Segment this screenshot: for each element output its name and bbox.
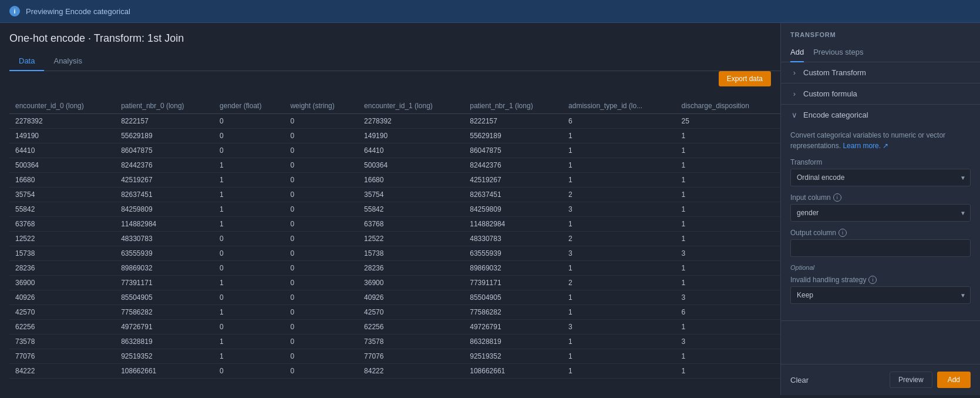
optional-label: Optional	[790, 264, 971, 271]
table-cell: 77076	[358, 349, 464, 364]
table-cell: 49726791	[115, 320, 214, 335]
table-row: 425707758628210425707758628216	[9, 305, 780, 320]
table-cell: 1	[214, 349, 284, 364]
table-cell: 82442376	[115, 158, 214, 173]
table-cell: 36900	[9, 276, 115, 290]
table-cell: 40926	[9, 290, 115, 305]
invalid-handling-info-icon[interactable]: i	[868, 276, 877, 284]
table-cell: 1	[563, 261, 675, 276]
tab-data[interactable]: Data	[9, 52, 44, 71]
info-icon: i	[9, 6, 20, 16]
table-cell: 0	[284, 335, 358, 349]
input-column-info-icon[interactable]: i	[833, 193, 841, 202]
table-cell: 1	[676, 202, 780, 217]
table-cell: 0	[284, 364, 358, 379]
table-cell: 0	[214, 232, 284, 246]
panel-tab-previous-steps[interactable]: Previous steps	[813, 43, 863, 62]
table-row: 282368986903200282368986903211	[9, 261, 780, 276]
table-cell: 1	[563, 143, 675, 158]
table-cell: 42519267	[115, 173, 214, 188]
preview-button[interactable]: Preview	[890, 372, 932, 388]
table-cell: 28236	[9, 261, 115, 276]
panel-tab-add[interactable]: Add	[790, 43, 804, 62]
table-row: 409268550490500409268550490513	[9, 290, 780, 305]
add-button[interactable]: Add	[937, 372, 971, 388]
table-cell: 1	[563, 349, 675, 364]
table-cell: 42570	[9, 305, 115, 320]
table-cell: 1	[676, 129, 780, 143]
table-cell: 0	[214, 129, 284, 143]
invalid-handling-select-wrapper: KeepErrorSkip ▼	[790, 286, 971, 304]
table-row: 50036482442376105003648244237611	[9, 158, 780, 173]
table-cell: 1	[214, 158, 284, 173]
table-cell: 12522	[9, 232, 115, 246]
custom-transform-header[interactable]: › Custom Transform	[781, 62, 980, 83]
table-cell: 3	[563, 202, 675, 217]
table-cell: 63768	[358, 217, 464, 232]
encode-categorical-section: ∨ Encode categorical Convert categorical…	[781, 105, 980, 321]
table-cell: 3	[563, 320, 675, 335]
table-cell: 1	[676, 158, 780, 173]
table-cell: 62256	[9, 320, 115, 335]
table-cell: 0	[284, 158, 358, 173]
invalid-handling-select[interactable]: KeepErrorSkip	[790, 286, 971, 304]
data-table: encounter_id_0 (long)patient_nbr_0 (long…	[9, 98, 780, 379]
table-cell: 6	[676, 305, 780, 320]
table-cell: 1	[676, 364, 780, 379]
transform-select[interactable]: Ordinal encodeOne-hot encodeBinary encod…	[790, 169, 971, 186]
table-column-header: encounter_id_0 (long)	[9, 98, 115, 114]
tab-bar: Data Analysis	[9, 52, 780, 71]
table-cell: 0	[284, 217, 358, 232]
table-body: 2278392822215700227839282221576251491905…	[9, 114, 780, 379]
learn-more-link[interactable]: Learn more. ↗	[843, 142, 888, 150]
table-cell: 2	[563, 276, 675, 290]
table-cell: 85504905	[464, 290, 563, 305]
table-cell: 15738	[358, 246, 464, 261]
table-cell: 8222157	[115, 114, 214, 129]
table-cell: 82637451	[115, 188, 214, 202]
table-cell: 0	[214, 143, 284, 158]
table-cell: 86328819	[115, 335, 214, 349]
panel-tab-bar: Add Previous steps	[781, 43, 980, 62]
table-cell: 85504905	[115, 290, 214, 305]
custom-formula-header[interactable]: › Custom formula	[781, 83, 980, 104]
table-cell: 48330783	[464, 232, 563, 246]
export-button[interactable]: Export data	[719, 71, 771, 86]
table-cell: 1	[214, 188, 284, 202]
input-column-select[interactable]: genderweightadmission_type_id	[790, 204, 971, 222]
data-table-container[interactable]: encounter_id_0 (long)patient_nbr_0 (long…	[9, 98, 780, 395]
table-cell: 92519352	[464, 349, 563, 364]
table-column-header: weight (string)	[284, 98, 358, 114]
table-column-header: discharge_disposition	[676, 98, 780, 114]
table-row: 369007739117110369007739117121	[9, 276, 780, 290]
encode-categorical-header[interactable]: ∨ Encode categorical	[781, 105, 980, 125]
table-cell: 0	[284, 349, 358, 364]
table-cell: 3	[676, 290, 780, 305]
tab-analysis[interactable]: Analysis	[44, 52, 91, 71]
output-column-input[interactable]	[790, 239, 971, 257]
table-cell: 42519267	[464, 173, 563, 188]
output-column-info-icon[interactable]: i	[838, 229, 847, 237]
table-cell: 1	[676, 217, 780, 232]
table-cell: 500364	[358, 158, 464, 173]
table-cell: 77391171	[464, 276, 563, 290]
table-column-header: admission_type_id (lo...	[563, 98, 675, 114]
table-cell: 1	[563, 335, 675, 349]
table-cell: 149190	[358, 129, 464, 143]
table-column-header: encounter_id_1 (long)	[358, 98, 464, 114]
table-cell: 1	[676, 232, 780, 246]
table-cell: 86047875	[115, 143, 214, 158]
table-row: 166804251926710166804251926711	[9, 173, 780, 188]
table-cell: 1	[563, 129, 675, 143]
encode-categorical-content: Convert categorical variables to numeric…	[781, 125, 980, 320]
transform-label: Transform	[790, 158, 971, 166]
table-cell: 55629189	[464, 129, 563, 143]
table-cell: 0	[284, 114, 358, 129]
clear-button[interactable]: Clear	[790, 372, 809, 388]
table-cell: 55842	[358, 202, 464, 217]
custom-formula-section: › Custom formula	[781, 83, 980, 105]
output-column-label: Output column i	[790, 229, 971, 237]
table-cell: 108662661	[464, 364, 563, 379]
table-cell: 42570	[358, 305, 464, 320]
chevron-down-icon: ∨	[790, 111, 799, 119]
